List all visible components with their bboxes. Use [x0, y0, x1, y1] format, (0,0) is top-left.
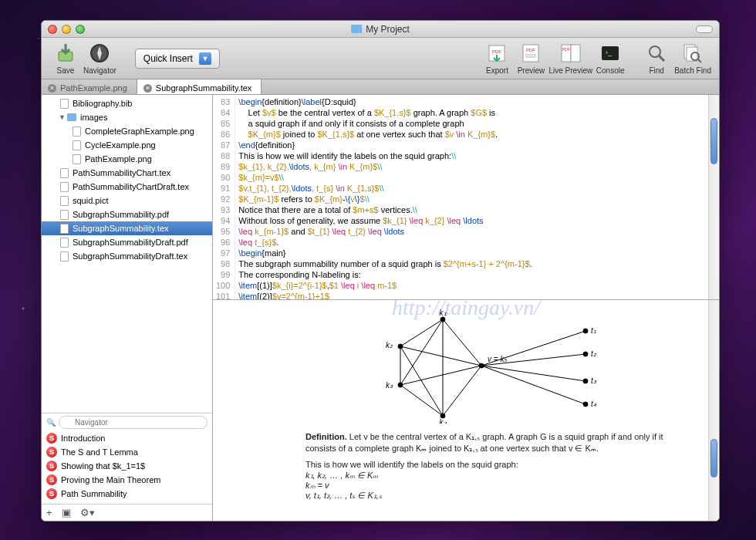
find-label: Find — [649, 66, 663, 75]
svg-text:PDF: PDF — [562, 47, 570, 52]
navigator-search: 🔍 — [42, 413, 212, 431]
file-label: SubgraphSummabilityDraft.pdf — [73, 238, 188, 247]
file-label: squid.pict — [73, 196, 108, 205]
file-tree-item[interactable]: SubgraphSummabilityDraft.tex — [42, 249, 212, 263]
code-content[interactable]: \begin{definition}\label{D:squid} Let $v… — [235, 95, 535, 299]
toolbar-toggle-icon[interactable] — [696, 25, 713, 33]
svg-point-38 — [479, 363, 484, 368]
svg-point-34 — [440, 317, 445, 322]
navigator-item[interactable]: SProving the Main Theorem — [42, 473, 212, 487]
navigator-search-input[interactable] — [59, 416, 208, 429]
file-tree-item[interactable]: PathSummabilityChart.tex — [42, 166, 212, 180]
close-icon[interactable]: × — [143, 84, 152, 93]
export-button[interactable]: PDF Export — [481, 42, 513, 75]
preview-scrollbar[interactable] — [708, 300, 719, 521]
document-icon — [59, 237, 69, 248]
file-tree-item[interactable]: PathSummabilityChartDraft.tex — [42, 180, 212, 194]
quick-insert-button[interactable]: Quick Insert ▼ — [135, 49, 220, 69]
navigator-item[interactable]: SIntroduction — [42, 431, 212, 445]
file-tree: Bibliography.bib▼imagesCompleteGraphExam… — [42, 95, 212, 413]
tab-label: PathExample.png — [60, 83, 127, 93]
navigator-list: SIntroductionSThe S and T LemmaSShowing … — [42, 431, 212, 504]
svg-text:PDF: PDF — [526, 48, 535, 52]
gear-icon[interactable]: ⚙▾ — [80, 507, 95, 518]
navigator-label: Navigator — [83, 66, 116, 75]
section-icon: S — [46, 474, 57, 485]
document-icon — [71, 126, 82, 137]
section-icon: S — [46, 488, 57, 499]
document-icon — [59, 223, 69, 234]
svg-line-23 — [443, 319, 481, 366]
action-button[interactable]: ▣ — [62, 507, 71, 518]
navigator-label: The S and T Lemma — [61, 447, 138, 457]
line-gutter: 8384858687888990919293949596979899100101 — [213, 95, 235, 299]
titlebar: My Project — [42, 21, 719, 38]
navigator-button[interactable]: Navigator — [83, 42, 116, 75]
section-icon: S — [46, 461, 57, 471]
svg-line-26 — [400, 346, 481, 366]
preview-line: kₘ = v — [305, 481, 673, 491]
live-preview-button[interactable]: PDF Live Preview — [548, 42, 592, 75]
document-icon — [71, 140, 82, 150]
file-tree-item[interactable]: SubgraphSummability.pdf — [42, 208, 212, 221]
save-button[interactable]: Save — [49, 42, 82, 75]
file-tree-item[interactable]: SubgraphSummability.tex — [42, 221, 212, 235]
window-controls — [42, 25, 85, 34]
svg-rect-10 — [571, 45, 580, 62]
document-icon — [59, 251, 69, 262]
zoom-icon[interactable] — [76, 25, 85, 34]
file-tree-item[interactable]: SubgraphSummabilityDraft.pdf — [42, 235, 212, 249]
disclosure-icon[interactable]: ▼ — [59, 113, 66, 121]
file-tree-item[interactable]: CompleteGraphExample.png — [42, 124, 212, 138]
file-label: CycleExample.png — [85, 140, 156, 150]
window-title-text: My Project — [366, 24, 410, 35]
svg-text:t₄: t₄ — [591, 400, 597, 408]
body: Bibliography.bib▼imagesCompleteGraphExam… — [42, 95, 719, 521]
navigator-item[interactable]: SPath Summability — [42, 487, 212, 501]
navigator-item[interactable]: SThe S and T Lemma — [42, 445, 212, 459]
svg-text:k₂: k₂ — [386, 341, 393, 349]
batch-find-button[interactable]: Batch Find — [674, 42, 711, 75]
section-icon: S — [46, 447, 57, 457]
console-button[interactable]: ›_ Console — [594, 42, 626, 75]
code-editor[interactable]: 8384858687888990919293949596979899100101… — [213, 95, 719, 299]
tab[interactable]: ×PathExample.png — [42, 79, 137, 94]
add-button[interactable]: + — [46, 507, 52, 518]
svg-text:k₃: k₃ — [386, 381, 393, 390]
navigator-item[interactable]: SShowing that $k_1=1$ — [42, 459, 212, 473]
live-preview-label: Live Preview — [548, 66, 592, 75]
svg-point-39 — [583, 329, 588, 333]
file-tree-item[interactable]: PathExample.png — [42, 152, 212, 166]
svg-text:v = k₅: v = k₅ — [488, 355, 508, 363]
file-tree-item[interactable]: ▼images — [42, 110, 212, 124]
file-label: images — [80, 113, 107, 122]
tab[interactable]: ×SubgraphSummability.tex — [137, 79, 262, 94]
svg-text:t₃: t₃ — [591, 376, 597, 385]
svg-line-33 — [481, 366, 586, 404]
svg-point-36 — [398, 383, 403, 387]
preview-button[interactable]: PDF Preview — [515, 42, 547, 75]
close-icon[interactable] — [48, 25, 57, 34]
chevron-down-icon: ▼ — [199, 52, 211, 65]
window-title: My Project — [351, 24, 410, 35]
document-icon — [59, 98, 69, 109]
file-tree-item[interactable]: CycleExample.png — [42, 138, 212, 152]
pdf-preview[interactable]: k₁ k₂ k₃ k₄ v = k₅ t₁ t₂ t₃ t₄ Definitio… — [213, 299, 719, 521]
sidebar: Bibliography.bib▼imagesCompleteGraphExam… — [42, 95, 213, 521]
navigator-label: Introduction — [61, 434, 105, 443]
svg-line-20 — [400, 319, 443, 346]
tab-label: SubgraphSummability.tex — [156, 83, 252, 93]
file-tree-item[interactable]: squid.pict — [42, 194, 212, 208]
find-button[interactable]: Find — [640, 42, 673, 75]
svg-point-35 — [398, 344, 403, 349]
export-label: Export — [486, 66, 508, 75]
editor-scrollbar[interactable] — [708, 95, 719, 299]
minimize-icon[interactable] — [62, 25, 71, 34]
svg-text:t₂: t₂ — [591, 349, 597, 358]
tab-bar: ×PathExample.png×SubgraphSummability.tex — [42, 79, 719, 95]
close-icon[interactable]: × — [48, 84, 56, 93]
preview-label: Preview — [518, 66, 545, 75]
file-tree-item[interactable]: Bibliography.bib — [42, 96, 212, 110]
file-label: PathSummabilityChart.tex — [73, 168, 170, 177]
folder-icon — [351, 25, 362, 33]
